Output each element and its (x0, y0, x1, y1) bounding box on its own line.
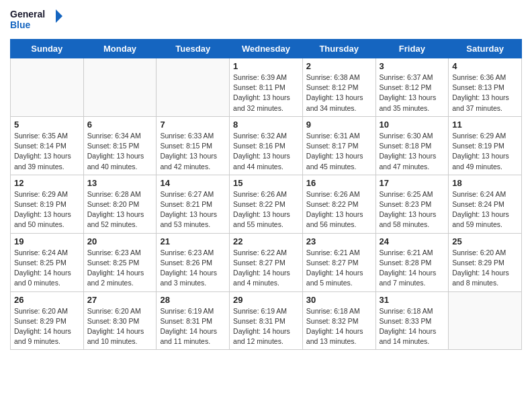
page: General Blue SundayMondayTuesdayWednesda… (0, 0, 532, 411)
day-info: Sunrise: 6:31 AM Sunset: 8:17 PM Dayligh… (306, 131, 372, 172)
day-info: Sunrise: 6:18 AM Sunset: 8:33 PM Dayligh… (380, 306, 445, 347)
day-info: Sunrise: 6:19 AM Sunset: 8:31 PM Dayligh… (160, 306, 226, 347)
calendar-cell: 6Sunrise: 6:34 AM Sunset: 8:15 PM Daylig… (83, 116, 157, 175)
day-info: Sunrise: 6:22 AM Sunset: 8:27 PM Dayligh… (233, 248, 299, 289)
calendar-cell: 30Sunrise: 6:18 AM Sunset: 8:32 PM Dayli… (302, 291, 375, 350)
day-info: Sunrise: 6:36 AM Sunset: 8:13 PM Dayligh… (452, 73, 518, 113)
day-info: Sunrise: 6:29 AM Sunset: 8:19 PM Dayligh… (14, 189, 80, 230)
calendar-cell (83, 58, 157, 117)
day-number: 26 (14, 295, 80, 305)
day-info: Sunrise: 6:33 AM Sunset: 8:15 PM Dayligh… (160, 131, 226, 172)
day-info: Sunrise: 6:37 AM Sunset: 8:12 PM Dayligh… (380, 73, 445, 113)
day-number: 29 (233, 295, 299, 305)
day-number: 11 (452, 120, 518, 130)
col-header-saturday: Saturday (449, 40, 522, 58)
day-info: Sunrise: 6:24 AM Sunset: 8:24 PM Dayligh… (452, 189, 518, 230)
day-number: 6 (87, 120, 153, 130)
day-number: 20 (87, 236, 153, 246)
calendar-cell: 7Sunrise: 6:33 AM Sunset: 8:15 PM Daylig… (157, 116, 230, 175)
day-number: 5 (14, 120, 80, 130)
calendar-week-4: 19Sunrise: 6:24 AM Sunset: 8:25 PM Dayli… (11, 233, 522, 291)
day-number: 14 (160, 178, 226, 188)
calendar-cell: 12Sunrise: 6:29 AM Sunset: 8:19 PM Dayli… (11, 175, 84, 233)
day-info: Sunrise: 6:21 AM Sunset: 8:28 PM Dayligh… (380, 248, 445, 289)
day-number: 9 (306, 120, 372, 130)
calendar-cell: 29Sunrise: 6:19 AM Sunset: 8:31 PM Dayli… (230, 291, 303, 350)
calendar-week-3: 12Sunrise: 6:29 AM Sunset: 8:19 PM Dayli… (11, 175, 522, 233)
col-header-thursday: Thursday (302, 40, 375, 58)
calendar-cell: 31Sunrise: 6:18 AM Sunset: 8:33 PM Dayli… (375, 291, 449, 350)
calendar-cell (449, 291, 522, 350)
calendar-cell: 4Sunrise: 6:36 AM Sunset: 8:13 PM Daylig… (449, 58, 522, 117)
calendar-cell: 15Sunrise: 6:26 AM Sunset: 8:22 PM Dayli… (230, 175, 303, 233)
calendar-cell: 13Sunrise: 6:28 AM Sunset: 8:20 PM Dayli… (83, 175, 157, 233)
day-info: Sunrise: 6:24 AM Sunset: 8:25 PM Dayligh… (14, 248, 80, 289)
calendar-cell: 1Sunrise: 6:39 AM Sunset: 8:11 PM Daylig… (230, 58, 303, 117)
day-info: Sunrise: 6:20 AM Sunset: 8:29 PM Dayligh… (452, 248, 518, 289)
calendar-cell: 20Sunrise: 6:23 AM Sunset: 8:25 PM Dayli… (83, 233, 157, 291)
calendar-cell: 14Sunrise: 6:27 AM Sunset: 8:21 PM Dayli… (157, 175, 230, 233)
day-info: Sunrise: 6:28 AM Sunset: 8:20 PM Dayligh… (87, 189, 153, 230)
calendar-cell (157, 58, 230, 117)
col-header-sunday: Sunday (11, 40, 84, 58)
day-number: 17 (380, 178, 445, 188)
calendar-cell: 26Sunrise: 6:20 AM Sunset: 8:29 PM Dayli… (11, 291, 84, 350)
svg-text:Blue: Blue (10, 19, 31, 30)
calendar-cell: 17Sunrise: 6:25 AM Sunset: 8:23 PM Dayli… (375, 175, 449, 233)
header: General Blue (10, 7, 522, 34)
day-number: 19 (14, 236, 80, 246)
day-info: Sunrise: 6:20 AM Sunset: 8:29 PM Dayligh… (14, 306, 80, 347)
day-info: Sunrise: 6:32 AM Sunset: 8:16 PM Dayligh… (233, 131, 299, 172)
day-number: 12 (14, 178, 80, 188)
day-number: 10 (380, 120, 445, 130)
col-header-tuesday: Tuesday (157, 40, 230, 58)
calendar-header-row: SundayMondayTuesdayWednesdayThursdayFrid… (11, 40, 522, 58)
calendar-cell: 5Sunrise: 6:35 AM Sunset: 8:14 PM Daylig… (11, 116, 84, 175)
svg-marker-2 (56, 9, 62, 23)
col-header-wednesday: Wednesday (230, 40, 303, 58)
calendar-cell: 3Sunrise: 6:37 AM Sunset: 8:12 PM Daylig… (375, 58, 449, 117)
svg-text:General: General (10, 9, 45, 19)
day-number: 18 (452, 178, 518, 188)
day-info: Sunrise: 6:38 AM Sunset: 8:12 PM Dayligh… (306, 73, 372, 113)
calendar-cell: 2Sunrise: 6:38 AM Sunset: 8:12 PM Daylig… (302, 58, 375, 117)
calendar: SundayMondayTuesdayWednesdayThursdayFrid… (10, 39, 522, 350)
day-number: 8 (233, 120, 299, 130)
day-number: 27 (87, 295, 153, 305)
day-info: Sunrise: 6:39 AM Sunset: 8:11 PM Dayligh… (233, 73, 299, 113)
day-number: 30 (306, 295, 372, 305)
calendar-cell: 23Sunrise: 6:21 AM Sunset: 8:27 PM Dayli… (302, 233, 375, 291)
day-info: Sunrise: 6:20 AM Sunset: 8:30 PM Dayligh… (87, 306, 153, 347)
calendar-cell: 18Sunrise: 6:24 AM Sunset: 8:24 PM Dayli… (449, 175, 522, 233)
calendar-cell: 8Sunrise: 6:32 AM Sunset: 8:16 PM Daylig… (230, 116, 303, 175)
day-number: 2 (306, 61, 372, 71)
calendar-week-5: 26Sunrise: 6:20 AM Sunset: 8:29 PM Dayli… (11, 291, 522, 350)
logo: General Blue (10, 7, 64, 34)
calendar-cell: 11Sunrise: 6:29 AM Sunset: 8:19 PM Dayli… (449, 116, 522, 175)
day-number: 31 (380, 295, 445, 305)
day-number: 13 (87, 178, 153, 188)
day-info: Sunrise: 6:34 AM Sunset: 8:15 PM Dayligh… (87, 131, 153, 172)
col-header-friday: Friday (375, 40, 449, 58)
calendar-cell: 28Sunrise: 6:19 AM Sunset: 8:31 PM Dayli… (157, 291, 230, 350)
day-number: 4 (452, 61, 518, 71)
calendar-cell (11, 58, 84, 117)
day-number: 23 (306, 236, 372, 246)
day-number: 16 (306, 178, 372, 188)
day-number: 15 (233, 178, 299, 188)
day-info: Sunrise: 6:29 AM Sunset: 8:19 PM Dayligh… (452, 131, 518, 172)
day-info: Sunrise: 6:18 AM Sunset: 8:32 PM Dayligh… (306, 306, 372, 347)
calendar-cell: 19Sunrise: 6:24 AM Sunset: 8:25 PM Dayli… (11, 233, 84, 291)
calendar-cell: 27Sunrise: 6:20 AM Sunset: 8:30 PM Dayli… (83, 291, 157, 350)
day-number: 24 (380, 236, 445, 246)
calendar-week-2: 5Sunrise: 6:35 AM Sunset: 8:14 PM Daylig… (11, 116, 522, 175)
calendar-week-1: 1Sunrise: 6:39 AM Sunset: 8:11 PM Daylig… (11, 58, 522, 117)
calendar-cell: 9Sunrise: 6:31 AM Sunset: 8:17 PM Daylig… (302, 116, 375, 175)
day-info: Sunrise: 6:30 AM Sunset: 8:18 PM Dayligh… (380, 131, 445, 172)
logo-svg: General Blue (10, 7, 64, 34)
day-number: 22 (233, 236, 299, 246)
calendar-cell: 22Sunrise: 6:22 AM Sunset: 8:27 PM Dayli… (230, 233, 303, 291)
calendar-cell: 10Sunrise: 6:30 AM Sunset: 8:18 PM Dayli… (375, 116, 449, 175)
day-number: 7 (160, 120, 226, 130)
day-info: Sunrise: 6:26 AM Sunset: 8:22 PM Dayligh… (306, 189, 372, 230)
